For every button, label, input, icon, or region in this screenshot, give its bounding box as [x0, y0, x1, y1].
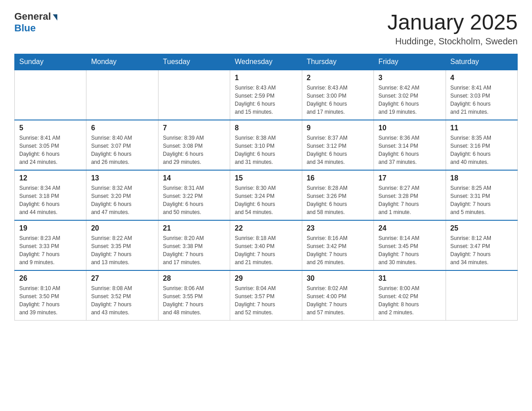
day-number: 13 — [91, 174, 153, 182]
day-info: Sunrise: 8:43 AM Sunset: 2:59 PM Dayligh… — [235, 84, 297, 116]
title-section: January 2025 Huddinge, Stockholm, Sweden — [387, 11, 518, 47]
day-number: 30 — [307, 274, 369, 283]
day-info: Sunrise: 8:38 AM Sunset: 3:10 PM Dayligh… — [235, 134, 297, 166]
day-number: 14 — [163, 174, 225, 182]
calendar-cell: 14Sunrise: 8:31 AM Sunset: 3:22 PM Dayli… — [158, 170, 230, 220]
calendar-cell — [158, 70, 230, 120]
logo-general-text: General — [14, 11, 51, 22]
calendar-cell — [446, 270, 517, 321]
logo: General Blue — [14, 11, 57, 34]
day-number: 21 — [163, 224, 225, 232]
day-number: 15 — [235, 174, 297, 182]
day-info: Sunrise: 8:14 AM Sunset: 3:45 PM Dayligh… — [378, 234, 441, 266]
day-number: 22 — [235, 224, 297, 232]
day-number: 20 — [91, 224, 153, 232]
day-number: 8 — [235, 124, 297, 132]
calendar-cell: 29Sunrise: 8:04 AM Sunset: 3:57 PM Dayli… — [230, 270, 302, 321]
calendar-cell: 18Sunrise: 8:25 AM Sunset: 3:31 PM Dayli… — [446, 170, 517, 220]
day-info: Sunrise: 8:02 AM Sunset: 4:00 PM Dayligh… — [307, 284, 369, 317]
day-info: Sunrise: 8:40 AM Sunset: 3:07 PM Dayligh… — [91, 134, 153, 166]
calendar-cell: 26Sunrise: 8:10 AM Sunset: 3:50 PM Dayli… — [15, 270, 86, 321]
day-number: 4 — [450, 74, 513, 82]
day-number: 17 — [378, 174, 441, 182]
calendar-cell: 1Sunrise: 8:43 AM Sunset: 2:59 PM Daylig… — [230, 70, 302, 120]
day-info: Sunrise: 8:04 AM Sunset: 3:57 PM Dayligh… — [235, 284, 297, 317]
weekday-header-thursday: Thursday — [302, 54, 373, 70]
day-info: Sunrise: 8:00 AM Sunset: 4:02 PM Dayligh… — [378, 284, 441, 317]
calendar-title: January 2025 — [387, 11, 518, 34]
day-info: Sunrise: 8:27 AM Sunset: 3:28 PM Dayligh… — [378, 184, 441, 216]
day-info: Sunrise: 8:36 AM Sunset: 3:14 PM Dayligh… — [378, 134, 441, 166]
day-info: Sunrise: 8:41 AM Sunset: 3:03 PM Dayligh… — [450, 84, 513, 116]
calendar-cell: 5Sunrise: 8:41 AM Sunset: 3:05 PM Daylig… — [15, 120, 86, 170]
day-number: 2 — [307, 74, 369, 82]
day-number: 23 — [307, 224, 369, 232]
day-info: Sunrise: 8:25 AM Sunset: 3:31 PM Dayligh… — [450, 184, 513, 216]
calendar-cell: 15Sunrise: 8:30 AM Sunset: 3:24 PM Dayli… — [230, 170, 302, 220]
day-info: Sunrise: 8:41 AM Sunset: 3:05 PM Dayligh… — [19, 134, 82, 166]
calendar-cell: 9Sunrise: 8:37 AM Sunset: 3:12 PM Daylig… — [302, 120, 373, 170]
calendar-cell: 4Sunrise: 8:41 AM Sunset: 3:03 PM Daylig… — [446, 70, 517, 120]
day-number: 3 — [378, 74, 441, 82]
calendar-cell — [15, 70, 86, 120]
day-number: 5 — [19, 124, 82, 132]
calendar-cell: 7Sunrise: 8:39 AM Sunset: 3:08 PM Daylig… — [158, 120, 230, 170]
calendar-cell: 8Sunrise: 8:38 AM Sunset: 3:10 PM Daylig… — [230, 120, 302, 170]
calendar-cell: 19Sunrise: 8:23 AM Sunset: 3:33 PM Dayli… — [15, 220, 86, 270]
calendar-cell — [86, 70, 158, 120]
day-info: Sunrise: 8:22 AM Sunset: 3:35 PM Dayligh… — [91, 234, 153, 266]
calendar-cell: 2Sunrise: 8:43 AM Sunset: 3:00 PM Daylig… — [302, 70, 373, 120]
calendar-table: SundayMondayTuesdayWednesdayThursdayFrid… — [14, 54, 518, 321]
day-info: Sunrise: 8:42 AM Sunset: 3:02 PM Dayligh… — [378, 84, 441, 116]
day-number: 19 — [19, 224, 82, 232]
logo-blue-text: Blue — [14, 22, 36, 34]
calendar-cell: 27Sunrise: 8:08 AM Sunset: 3:52 PM Dayli… — [86, 270, 158, 321]
day-info: Sunrise: 8:43 AM Sunset: 3:00 PM Dayligh… — [307, 84, 369, 116]
calendar-cell: 20Sunrise: 8:22 AM Sunset: 3:35 PM Dayli… — [86, 220, 158, 270]
day-number: 10 — [378, 124, 441, 132]
weekday-header-tuesday: Tuesday — [158, 54, 230, 70]
day-info: Sunrise: 8:16 AM Sunset: 3:42 PM Dayligh… — [307, 234, 369, 266]
calendar-week-row: 26Sunrise: 8:10 AM Sunset: 3:50 PM Dayli… — [15, 270, 518, 321]
day-info: Sunrise: 8:34 AM Sunset: 3:18 PM Dayligh… — [19, 184, 82, 216]
day-number: 7 — [163, 124, 225, 132]
day-info: Sunrise: 8:20 AM Sunset: 3:38 PM Dayligh… — [163, 234, 225, 266]
day-number: 24 — [378, 224, 441, 232]
calendar-cell: 23Sunrise: 8:16 AM Sunset: 3:42 PM Dayli… — [302, 220, 373, 270]
day-number: 31 — [378, 274, 441, 283]
weekday-header-wednesday: Wednesday — [230, 54, 302, 70]
day-info: Sunrise: 8:12 AM Sunset: 3:47 PM Dayligh… — [450, 234, 513, 266]
calendar-cell: 31Sunrise: 8:00 AM Sunset: 4:02 PM Dayli… — [374, 270, 446, 321]
logo-arrow-icon — [53, 14, 57, 21]
calendar-cell: 10Sunrise: 8:36 AM Sunset: 3:14 PM Dayli… — [374, 120, 446, 170]
calendar-week-row: 5Sunrise: 8:41 AM Sunset: 3:05 PM Daylig… — [15, 120, 518, 170]
page-header: General Blue January 2025 Huddinge, Stoc… — [14, 11, 518, 47]
calendar-cell: 24Sunrise: 8:14 AM Sunset: 3:45 PM Dayli… — [374, 220, 446, 270]
calendar-week-row: 19Sunrise: 8:23 AM Sunset: 3:33 PM Dayli… — [15, 220, 518, 270]
calendar-cell: 11Sunrise: 8:35 AM Sunset: 3:16 PM Dayli… — [446, 120, 517, 170]
calendar-cell: 21Sunrise: 8:20 AM Sunset: 3:38 PM Dayli… — [158, 220, 230, 270]
day-info: Sunrise: 8:39 AM Sunset: 3:08 PM Dayligh… — [163, 134, 225, 166]
calendar-header-row: SundayMondayTuesdayWednesdayThursdayFrid… — [15, 54, 518, 70]
day-info: Sunrise: 8:28 AM Sunset: 3:26 PM Dayligh… — [307, 184, 369, 216]
day-info: Sunrise: 8:18 AM Sunset: 3:40 PM Dayligh… — [235, 234, 297, 266]
calendar-cell: 22Sunrise: 8:18 AM Sunset: 3:40 PM Dayli… — [230, 220, 302, 270]
day-info: Sunrise: 8:23 AM Sunset: 3:33 PM Dayligh… — [19, 234, 82, 266]
day-number: 9 — [307, 124, 369, 132]
calendar-cell: 28Sunrise: 8:06 AM Sunset: 3:55 PM Dayli… — [158, 270, 230, 321]
calendar-cell: 3Sunrise: 8:42 AM Sunset: 3:02 PM Daylig… — [374, 70, 446, 120]
calendar-week-row: 12Sunrise: 8:34 AM Sunset: 3:18 PM Dayli… — [15, 170, 518, 220]
day-number: 29 — [235, 274, 297, 283]
day-number: 18 — [450, 174, 513, 182]
day-info: Sunrise: 8:35 AM Sunset: 3:16 PM Dayligh… — [450, 134, 513, 166]
day-number: 11 — [450, 124, 513, 132]
day-number: 27 — [91, 274, 153, 283]
calendar-cell: 30Sunrise: 8:02 AM Sunset: 4:00 PM Dayli… — [302, 270, 373, 321]
day-info: Sunrise: 8:32 AM Sunset: 3:20 PM Dayligh… — [91, 184, 153, 216]
weekday-header-monday: Monday — [86, 54, 158, 70]
weekday-header-sunday: Sunday — [15, 54, 86, 70]
day-info: Sunrise: 8:10 AM Sunset: 3:50 PM Dayligh… — [19, 284, 82, 317]
calendar-cell: 25Sunrise: 8:12 AM Sunset: 3:47 PM Dayli… — [446, 220, 517, 270]
calendar-cell: 12Sunrise: 8:34 AM Sunset: 3:18 PM Dayli… — [15, 170, 86, 220]
day-info: Sunrise: 8:37 AM Sunset: 3:12 PM Dayligh… — [307, 134, 369, 166]
